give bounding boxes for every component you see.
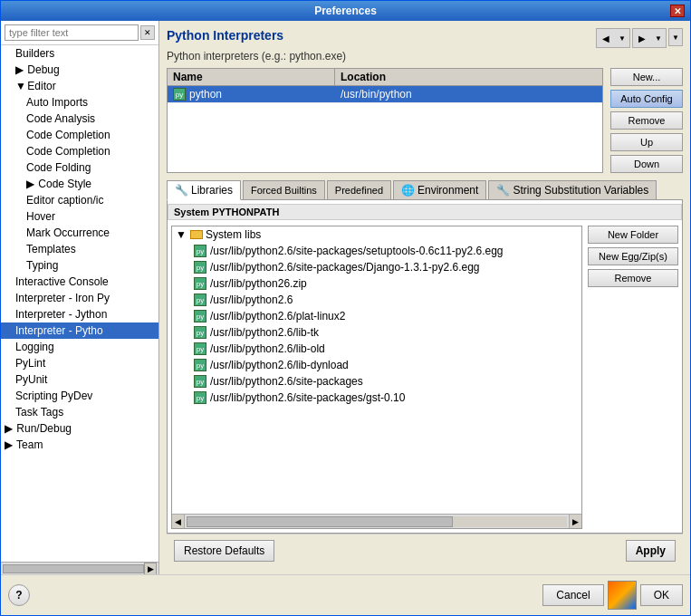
sidebar-item-interpreter-python[interactable]: Interpreter - Pytho [1, 322, 158, 339]
tab-predefined[interactable]: Predefined [327, 180, 391, 199]
path-item[interactable]: py /usr/lib/python2.6/lib-tk [172, 324, 581, 341]
path-item[interactable]: py /usr/lib/python2.6/site-packages/setu… [172, 243, 581, 259]
path-list-scroll[interactable]: ▼ System libs py /usr/lib/python2.6/site… [172, 226, 581, 514]
sidebar-item-builders[interactable]: Builders [1, 45, 158, 62]
cell-location: /usr/bin/python [335, 86, 602, 102]
tab-forced-builtins[interactable]: Forced Builtins [243, 180, 325, 199]
col-location: Location [335, 69, 602, 85]
path-item[interactable]: py /usr/lib/python2.6/site-packages/gst-… [172, 390, 581, 406]
sidebar-item-code-completion2[interactable]: Code Completion [1, 143, 158, 159]
help-button[interactable]: ? [8, 584, 30, 606]
sidebar-item-team[interactable]: ▶ Team [1, 437, 158, 453]
sidebar-item-code-style[interactable]: ▶ Code Style [1, 176, 158, 192]
path-item[interactable]: py /usr/lib/python2.6/site-packages [172, 373, 581, 390]
path-action-buttons: New Folder New Egg/Zip(s) Remove [588, 226, 678, 529]
restore-defaults-button[interactable]: Restore Defaults [174, 540, 274, 562]
sidebar-item-task-tags[interactable]: Task Tags [1, 404, 158, 420]
libraries-tab-icon: 🔧 [175, 184, 188, 197]
path-list-area: ▼ System libs py /usr/lib/python2.6/site… [171, 226, 582, 529]
lib-icon: py [194, 277, 206, 290]
nav-forward-button[interactable]: ▶ [633, 29, 651, 47]
tab-environment[interactable]: 🌐 Environment [393, 180, 486, 199]
tab-string-substitution[interactable]: 🔧 String Substitution Variables [488, 180, 657, 199]
nav-back-dropdown[interactable]: ▼ [615, 29, 629, 47]
sidebar-item-scripting-pydev[interactable]: Scripting PyDev [1, 388, 158, 404]
filter-bar: ✕ [1, 21, 158, 45]
sidebar-item-pylint[interactable]: PyLint [1, 355, 158, 371]
scroll-right-button[interactable]: ▶ [569, 515, 581, 529]
nav-buttons: ◀ ▼ ▶ ▼ ▼ [596, 28, 683, 48]
lib-icon: py [194, 245, 206, 257]
interpreter-table-area: Name Location py python /usr/bin/python … [167, 68, 683, 173]
new-folder-button[interactable]: New Folder [588, 226, 678, 244]
horizontal-scrollbar[interactable]: ◀ ▶ [172, 514, 581, 528]
new-egg-zip-button[interactable]: New Egg/Zip(s) [588, 247, 678, 265]
filter-input[interactable] [5, 24, 139, 41]
system-libs-label: System libs [206, 228, 261, 241]
sidebar: ✕ Builders ▶ Debug ▼ Editor Auto Imports… [1, 21, 159, 574]
filter-clear-button[interactable]: ✕ [140, 25, 155, 40]
scroll-left-button[interactable]: ◀ [172, 515, 185, 529]
lib-icon: py [194, 326, 206, 339]
col-name: Name [168, 69, 335, 85]
brand-icon [608, 581, 637, 610]
interpreter-buttons: New... Auto Config Remove Up Down [610, 68, 683, 173]
path-item[interactable]: py /usr/lib/python2.6/lib-dynload [172, 357, 581, 373]
path-item[interactable]: py /usr/lib/python26.zip [172, 275, 581, 292]
up-button[interactable]: Up [610, 133, 683, 151]
path-panel: ▼ System libs py /usr/lib/python2.6/site… [168, 222, 682, 533]
path-item[interactable]: py /usr/lib/python2.6/plat-linux2 [172, 308, 581, 324]
bottom-bar: Restore Defaults Apply [167, 534, 683, 567]
tab-libraries[interactable]: 🔧 Libraries [167, 180, 241, 200]
sidebar-item-pyunit[interactable]: PyUnit [1, 371, 158, 388]
nav-menu-button[interactable]: ▼ [668, 28, 683, 46]
panel-header: Python Interpreters ◀ ▼ ▶ ▼ ▼ [167, 28, 683, 50]
sidebar-scrollbar[interactable]: ▶ [1, 562, 158, 574]
tabs-row: 🔧 Libraries Forced Builtins Predefined 🌐… [167, 180, 683, 200]
sidebar-item-mark-occurrence[interactable]: Mark Occurrence [1, 225, 158, 241]
folder-icon [190, 230, 203, 239]
sidebar-item-interpreter-jython[interactable]: Interpreter - Jython [1, 306, 158, 322]
nav-forward-group: ▶ ▼ [632, 28, 667, 48]
interpreter-table: Name Location py python /usr/bin/python [167, 68, 603, 173]
sidebar-item-interpreter-iron[interactable]: Interpreter - Iron Py [1, 290, 158, 306]
new-button[interactable]: New... [610, 68, 683, 86]
sidebar-item-code-folding[interactable]: Code Folding [1, 159, 158, 176]
apply-button[interactable]: Apply [626, 540, 676, 562]
sidebar-item-code-completion1[interactable]: Code Completion [1, 127, 158, 143]
path-item[interactable]: py /usr/lib/python2.6/lib-old [172, 341, 581, 357]
preferences-window: Preferences ✕ ✕ Builders ▶ Debug ▼ Edito… [0, 0, 691, 616]
down-button[interactable]: Down [610, 155, 683, 173]
remove-button[interactable]: Remove [610, 111, 683, 130]
sidebar-item-debug[interactable]: ▶ Debug [1, 62, 158, 78]
lib-icon: py [194, 391, 206, 404]
lib-icon: py [194, 342, 206, 355]
ok-button[interactable]: OK [640, 584, 683, 606]
sidebar-item-editor[interactable]: ▼ Editor [1, 78, 158, 94]
sidebar-item-hover[interactable]: Hover [1, 208, 158, 225]
auto-config-button[interactable]: Auto Config [610, 90, 683, 108]
pythonpath-label: System PYTHONPATH [168, 204, 682, 220]
sidebar-item-code-analysis[interactable]: Code Analysis [1, 111, 158, 127]
close-button[interactable]: ✕ [670, 5, 685, 17]
string-sub-tab-icon: 🔧 [496, 184, 510, 197]
nav-forward-dropdown[interactable]: ▼ [651, 29, 666, 47]
sidebar-item-typing[interactable]: Typing [1, 257, 158, 274]
path-item[interactable]: py /usr/lib/python2.6/site-packages/Djan… [172, 259, 581, 275]
lib-icon: py [194, 294, 206, 306]
cancel-button[interactable]: Cancel [542, 584, 603, 606]
nav-back-button[interactable]: ◀ [597, 29, 615, 47]
sidebar-item-auto-imports[interactable]: Auto Imports [1, 94, 158, 111]
sidebar-item-editor-caption[interactable]: Editor caption/ic [1, 192, 158, 208]
sidebar-item-interactive-console[interactable]: Interactive Console [1, 274, 158, 290]
sidebar-item-logging[interactable]: Logging [1, 339, 158, 355]
sidebar-tree: Builders ▶ Debug ▼ Editor Auto Imports C… [1, 45, 158, 562]
table-row[interactable]: py python /usr/bin/python [168, 86, 602, 103]
sidebar-item-run-debug[interactable]: ▶ Run/Debug [1, 420, 158, 437]
path-remove-button[interactable]: Remove [588, 269, 678, 287]
scroll-thumb[interactable] [187, 516, 567, 527]
path-root-item[interactable]: ▼ System libs [172, 226, 581, 243]
path-item[interactable]: py /usr/lib/python2.6 [172, 292, 581, 308]
sidebar-item-templates[interactable]: Templates [1, 241, 158, 257]
lib-icon: py [194, 359, 206, 371]
